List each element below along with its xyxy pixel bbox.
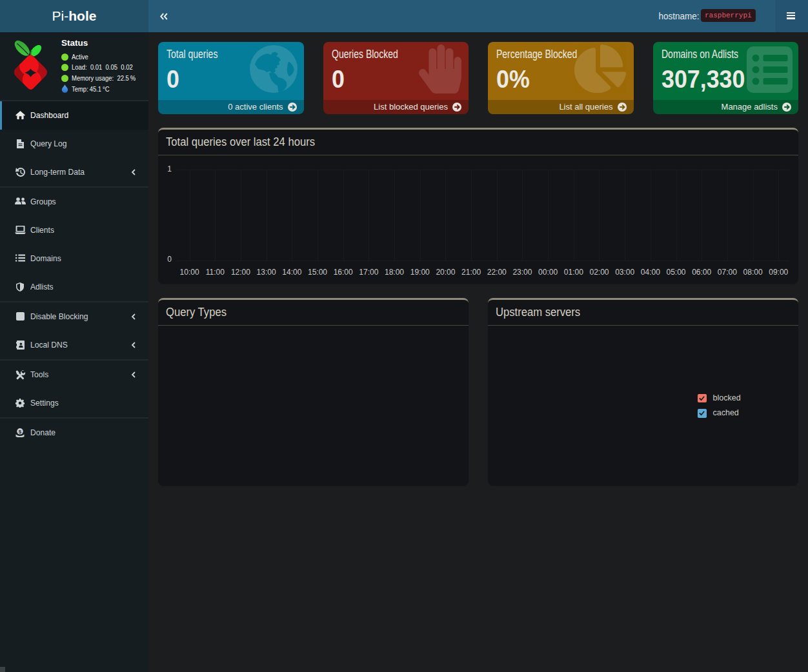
svg-text:$: $ [19, 428, 22, 434]
